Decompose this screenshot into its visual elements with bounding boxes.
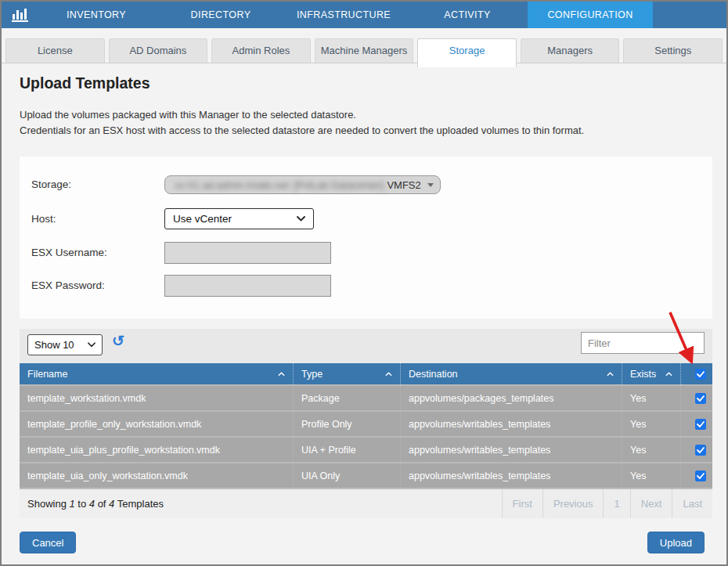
templates-table-section: Show 10 ↺ Filename Type Destination Exis… <box>20 329 712 518</box>
storage-label: Storage: <box>31 178 71 190</box>
table-body: template_workstation.vmdk Package appvol… <box>20 384 712 488</box>
cell-exists: Yes <box>622 463 681 488</box>
chevron-down-icon <box>297 216 305 222</box>
sort-asc-icon <box>607 372 614 377</box>
tab-managers[interactable]: Managers <box>521 38 620 63</box>
cell-checkbox <box>681 386 712 410</box>
filter-input[interactable] <box>581 332 705 354</box>
chevron-down-icon <box>88 342 96 348</box>
pagination-page-1[interactable]: 1 <box>603 489 629 518</box>
description-line-1: Upload the volumes packaged with this Ma… <box>20 107 584 123</box>
row-checkbox[interactable] <box>695 445 706 456</box>
description-line-2: Credentials for an ESX host with access … <box>20 123 584 139</box>
upload-form-panel: Storage: vc-01.ad.admin.hslab.net: [PvtL… <box>20 157 712 319</box>
esx-username-label: ESX Username: <box>31 247 107 258</box>
cell-checkbox <box>681 463 712 488</box>
column-label: Type <box>301 369 323 380</box>
column-header-exists[interactable]: Exists <box>622 363 681 384</box>
cell-destination: appvolumes/writables_templates <box>401 412 622 436</box>
column-header-type[interactable]: Type <box>294 363 401 384</box>
storage-select-blurred-value: vc-01.ad.admin.hslab.net: [PvtLab Datace… <box>175 179 384 191</box>
pagination: First Previous 1 Next Last <box>502 489 712 518</box>
column-label: Exists <box>630 369 656 380</box>
host-label: Host: <box>31 213 56 225</box>
host-select[interactable]: Use vCenter <box>164 208 314 229</box>
app-window: INVENTORY DIRECTORY INFRASTRUCTURE ACTIV… <box>0 0 728 566</box>
sort-asc-icon <box>385 372 392 377</box>
esx-username-field <box>164 242 331 264</box>
sort-asc-icon <box>278 372 285 377</box>
show-count-value: Show 10 <box>34 339 74 351</box>
cancel-button[interactable]: Cancel <box>20 532 76 553</box>
cell-exists: Yes <box>622 412 681 436</box>
esx-password-label: ESX Password: <box>31 279 105 291</box>
cell-filename: template_workstation.vmdk <box>20 386 294 410</box>
column-header-destination[interactable]: Destination <box>401 363 622 384</box>
top-nav: INVENTORY DIRECTORY INFRASTRUCTURE ACTIV… <box>2 2 726 28</box>
table-header: Filename Type Destination Exists <box>20 363 712 384</box>
column-header-filename[interactable]: Filename <box>20 363 294 384</box>
table-row: template_uia_only_workstation.vmdk UIA O… <box>20 462 712 488</box>
host-select-value: Use vCenter <box>173 213 232 225</box>
upload-button[interactable]: Upload <box>647 532 705 553</box>
row-checkbox[interactable] <box>695 419 706 430</box>
cell-destination: appvolumes/writables_templates <box>401 438 622 462</box>
show-count-select[interactable]: Show 10 <box>27 334 103 355</box>
storage-select-visible-value: VMFS2 <box>387 179 420 191</box>
nav-item-configuration[interactable]: CONFIGURATION <box>528 2 653 28</box>
caret-down-icon <box>427 183 434 187</box>
row-checkbox[interactable] <box>695 393 706 404</box>
nav-item-directory[interactable]: DIRECTORY <box>191 2 251 28</box>
table-row: template_uia_plus_profile_workstation.vm… <box>20 436 712 462</box>
cell-type: UIA Only <box>294 463 401 488</box>
cell-exists: Yes <box>622 386 681 410</box>
nav-item-infrastructure[interactable]: INFRASTRUCTURE <box>297 2 391 28</box>
showing-summary: Showing 1 to 4 of 4 Templates <box>27 498 164 510</box>
storage-select: vc-01.ad.admin.hslab.net: [PvtLab Datace… <box>164 175 441 194</box>
tab-settings[interactable]: Settings <box>623 38 723 63</box>
select-all-checkbox-cell <box>681 363 712 384</box>
config-tabs: License AD Domains Admin Roles Machine M… <box>5 38 723 67</box>
table-footer: Showing 1 to 4 of 4 Templates First Prev… <box>20 488 712 518</box>
cell-filename: template_uia_plus_profile_workstation.vm… <box>20 438 294 462</box>
sort-asc-icon <box>665 372 672 377</box>
pagination-first[interactable]: First <box>502 489 542 518</box>
page-title: Upload Templates <box>20 74 150 92</box>
tab-admin-roles[interactable]: Admin Roles <box>211 38 311 63</box>
cell-checkbox <box>681 412 712 436</box>
cell-filename: template_uia_only_workstation.vmdk <box>20 463 294 488</box>
tab-machine-managers[interactable]: Machine Managers <box>315 38 414 63</box>
page-description: Upload the volumes packaged with this Ma… <box>20 107 584 139</box>
cell-exists: Yes <box>622 438 681 462</box>
esx-password-field <box>164 275 331 297</box>
table-row: template_profile_only_workstation.vmdk P… <box>20 410 712 436</box>
nav-item-activity[interactable]: ACTIVITY <box>444 2 490 28</box>
pagination-last[interactable]: Last <box>672 489 712 518</box>
column-label: Filename <box>27 369 67 380</box>
tab-ad-domains[interactable]: AD Domains <box>109 38 208 63</box>
column-label: Destination <box>409 369 458 380</box>
pagination-previous[interactable]: Previous <box>542 489 604 518</box>
tab-license[interactable]: License <box>5 38 105 63</box>
cell-destination: appvolumes/writables_templates <box>401 463 622 488</box>
cell-destination: appvolumes/packages_templates <box>401 386 622 410</box>
select-all-checkbox[interactable] <box>695 369 706 380</box>
tab-storage[interactable]: Storage <box>417 38 517 67</box>
cell-type: Package <box>294 386 401 410</box>
row-checkbox[interactable] <box>695 470 706 481</box>
table-row: template_workstation.vmdk Package appvol… <box>20 384 712 410</box>
cell-checkbox <box>681 438 712 462</box>
cell-type: UIA + Profile <box>294 438 401 462</box>
cell-filename: template_profile_only_workstation.vmdk <box>20 412 294 436</box>
pagination-next[interactable]: Next <box>630 489 672 518</box>
cell-type: Profile Only <box>294 412 401 436</box>
nav-item-inventory[interactable]: INVENTORY <box>67 2 126 28</box>
refresh-icon[interactable]: ↺ <box>112 332 124 350</box>
bar-chart-logo-icon[interactable] <box>12 7 29 23</box>
